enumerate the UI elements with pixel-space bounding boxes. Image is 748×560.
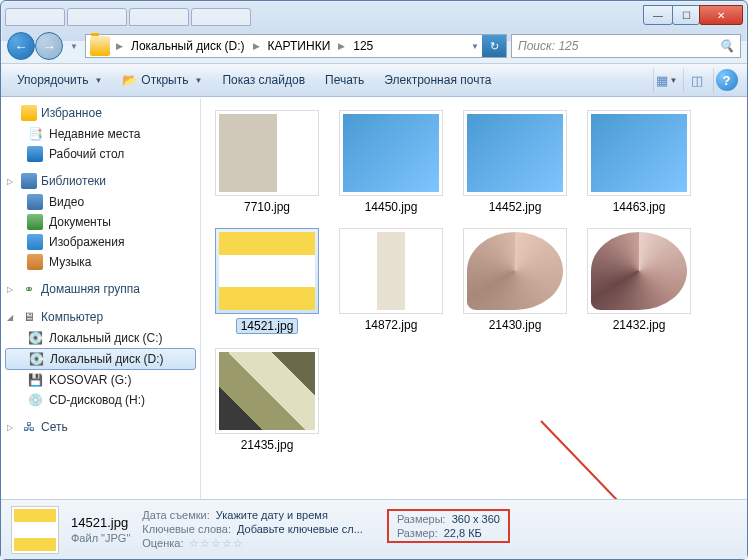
- open-button[interactable]: 📂 Открыть ▼: [114, 69, 210, 91]
- organize-button[interactable]: Упорядочить ▼: [9, 69, 110, 91]
- slideshow-button[interactable]: Показ слайдов: [214, 69, 313, 91]
- breadcrumb[interactable]: Локальный диск (D:): [125, 35, 251, 57]
- file-item[interactable]: 14450.jpg: [333, 110, 449, 214]
- file-item[interactable]: 14872.jpg: [333, 228, 449, 334]
- sidebar-item-pictures[interactable]: Изображения: [1, 232, 200, 252]
- sidebar-item-drive-g[interactable]: 💾KOSOVAR (G:): [1, 370, 200, 390]
- file-item[interactable]: 7710.jpg: [209, 110, 325, 214]
- file-item[interactable]: 14463.jpg: [581, 110, 697, 214]
- email-button[interactable]: Электронная почта: [376, 69, 499, 91]
- breadcrumb[interactable]: КАРТИНКИ: [262, 35, 337, 57]
- sidebar-group-computer[interactable]: ◢ 🖥 Компьютер: [1, 306, 200, 328]
- preview-pane-button[interactable]: ◫: [683, 68, 709, 92]
- sidebar-item-drive-c[interactable]: 💽Локальный диск (C:): [1, 328, 200, 348]
- file-thumbnail: [215, 228, 319, 314]
- help-icon: ?: [716, 69, 738, 91]
- back-button[interactable]: ←: [7, 32, 35, 60]
- history-dropdown[interactable]: ▼: [67, 33, 81, 59]
- file-thumbnail: [587, 228, 691, 314]
- star-icon: [21, 105, 37, 121]
- file-item[interactable]: 14521.jpg: [209, 228, 325, 334]
- network-icon: 🖧: [21, 419, 37, 435]
- file-name: 14452.jpg: [489, 200, 542, 214]
- search-icon: 🔍: [719, 39, 734, 53]
- sidebar-item-recent[interactable]: 📑Недавние места: [1, 124, 200, 144]
- details-keywords-value[interactable]: Добавьте ключевые сл...: [237, 523, 363, 535]
- details-rating-label: Оценка:: [142, 537, 183, 550]
- documents-icon: [27, 214, 43, 230]
- sidebar-item-drive-d[interactable]: 💽Локальный диск (D:): [5, 348, 196, 370]
- details-rating-value[interactable]: ☆☆☆☆☆: [189, 537, 244, 550]
- recent-icon: 📑: [27, 126, 43, 142]
- close-button[interactable]: ✕: [699, 5, 743, 25]
- titlebar[interactable]: — ☐ ✕: [1, 1, 747, 29]
- address-dropdown[interactable]: ▼: [468, 33, 482, 59]
- file-item[interactable]: 21430.jpg: [457, 228, 573, 334]
- tab-stub[interactable]: [67, 8, 127, 26]
- details-date-value[interactable]: Укажите дату и время: [216, 509, 328, 521]
- file-item[interactable]: 21432.jpg: [581, 228, 697, 334]
- tab-stub[interactable]: [191, 8, 251, 26]
- maximize-button[interactable]: ☐: [672, 5, 700, 25]
- chevron-right-icon[interactable]: ▶: [114, 41, 125, 51]
- file-thumbnail: [463, 110, 567, 196]
- search-placeholder: Поиск: 125: [518, 39, 578, 53]
- main-area: Избранное 📑Недавние места Рабочий стол ▷…: [1, 97, 747, 499]
- tab-stub[interactable]: [129, 8, 189, 26]
- file-name: 7710.jpg: [244, 200, 290, 214]
- details-dimensions-value: 360 x 360: [452, 513, 500, 525]
- details-date-label: Дата съемки:: [142, 509, 209, 521]
- forward-button[interactable]: →: [35, 32, 63, 60]
- file-name: 21432.jpg: [613, 318, 666, 332]
- libraries-icon: [21, 173, 37, 189]
- details-dimensions-label: Размеры:: [397, 513, 446, 525]
- hdd-icon: 💽: [28, 351, 44, 367]
- sidebar-item-desktop[interactable]: Рабочий стол: [1, 144, 200, 164]
- details-filetype: Файл "JPG": [71, 532, 130, 544]
- hdd-icon: 💽: [27, 330, 43, 346]
- file-name: 14521.jpg: [236, 318, 299, 334]
- chevron-right-icon[interactable]: ▶: [336, 41, 347, 51]
- music-icon: [27, 254, 43, 270]
- breadcrumb[interactable]: 125: [347, 35, 379, 57]
- sidebar-group-libraries[interactable]: ▷ Библиотеки: [1, 170, 200, 192]
- view-icon: ▦: [656, 73, 668, 88]
- file-name: 14450.jpg: [365, 200, 418, 214]
- minimize-button[interactable]: —: [643, 5, 673, 25]
- sidebar-group-homegroup[interactable]: ▷ ⚭ Домашняя группа: [1, 278, 200, 300]
- print-button[interactable]: Печать: [317, 69, 372, 91]
- file-name: 14463.jpg: [613, 200, 666, 214]
- open-icon: 📂: [122, 73, 137, 87]
- sidebar-item-documents[interactable]: Документы: [1, 212, 200, 232]
- chevron-right-icon[interactable]: ▶: [251, 41, 262, 51]
- annotation-box: Размеры:360 x 360 Размер:22,8 КБ: [387, 509, 510, 543]
- view-options-button[interactable]: ▦ ▼: [653, 68, 679, 92]
- details-keywords-label: Ключевые слова:: [142, 523, 231, 535]
- file-item[interactable]: 21435.jpg: [209, 348, 325, 452]
- sidebar-item-videos[interactable]: Видео: [1, 192, 200, 212]
- chevron-down-icon: ▼: [194, 76, 202, 85]
- details-thumbnail: [11, 506, 59, 554]
- homegroup-icon: ⚭: [21, 281, 37, 297]
- file-thumbnail: [339, 228, 443, 314]
- address-bar[interactable]: ▶ Локальный диск (D:) ▶ КАРТИНКИ ▶ 125 ▼…: [85, 34, 507, 58]
- file-list[interactable]: 7710.jpg14450.jpg14452.jpg14463.jpg14521…: [201, 98, 747, 499]
- pictures-icon: [27, 234, 43, 250]
- details-filename: 14521.jpg: [71, 515, 130, 530]
- help-button[interactable]: ?: [713, 68, 739, 92]
- sidebar-group-network[interactable]: ▷ 🖧 Сеть: [1, 416, 200, 438]
- search-input[interactable]: Поиск: 125 🔍: [511, 34, 741, 58]
- chevron-down-icon: ▼: [94, 76, 102, 85]
- sidebar-group-favorites[interactable]: Избранное: [1, 102, 200, 124]
- file-item[interactable]: 14452.jpg: [457, 110, 573, 214]
- sidebar-item-music[interactable]: Музыка: [1, 252, 200, 272]
- collapse-icon: ▷: [7, 285, 17, 294]
- toolbar: Упорядочить ▼ 📂 Открыть ▼ Показ слайдов …: [1, 63, 747, 97]
- navigation-pane[interactable]: Избранное 📑Недавние места Рабочий стол ▷…: [1, 98, 201, 499]
- tab-stub[interactable]: [5, 8, 65, 26]
- sidebar-item-drive-h[interactable]: 💿CD-дисковод (H:): [1, 390, 200, 410]
- computer-icon: 🖥: [21, 309, 37, 325]
- desktop-icon: [27, 146, 43, 162]
- refresh-button[interactable]: ↻: [482, 35, 506, 57]
- file-thumbnail: [215, 110, 319, 196]
